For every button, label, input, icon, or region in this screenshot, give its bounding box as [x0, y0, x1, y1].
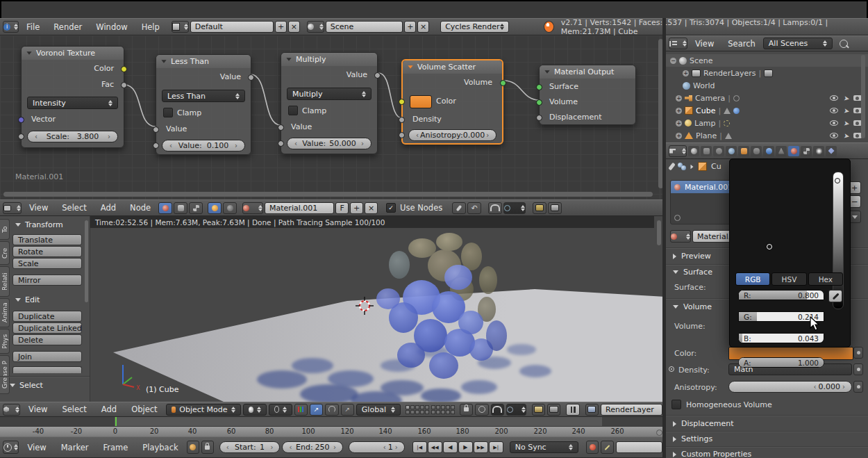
menu-view[interactable]: View: [22, 404, 53, 414]
scale-button[interactable]: Scale: [12, 258, 82, 269]
color-swatch[interactable]: [410, 95, 432, 108]
surface-section-header[interactable]: Surface: [673, 268, 712, 277]
preview-section-header[interactable]: Preview: [673, 252, 711, 261]
clipped-button[interactable]: [12, 366, 82, 373]
sync-mode-select[interactable]: No Sync: [510, 441, 579, 453]
socket-displacement-input[interactable]: [536, 115, 542, 121]
visibility-eye-icon[interactable]: [830, 133, 838, 138]
shelf-tab-grease-pencil[interactable]: Grease P: [0, 355, 10, 394]
collapse-icon[interactable]: [408, 65, 412, 69]
value-slider-handle[interactable]: [835, 178, 840, 183]
visibility-eye-icon[interactable]: [830, 108, 838, 113]
tab-hex[interactable]: Hex: [808, 272, 843, 286]
socket-volume-input[interactable]: [536, 99, 542, 106]
viewport-scrollbar[interactable]: [657, 220, 661, 245]
socket-vector-input[interactable]: [18, 117, 24, 123]
menu-frame[interactable]: Frame: [97, 443, 134, 452]
node-header[interactable]: Voronoi Texture: [22, 47, 124, 60]
screen-layout-field[interactable]: Default: [190, 21, 274, 33]
blue-slider[interactable]: B:0.043: [738, 333, 824, 343]
shelf-tab-relations[interactable]: Relati: [0, 266, 10, 297]
keying-set-field[interactable]: [616, 441, 662, 453]
fake-user-button[interactable]: F: [335, 202, 349, 214]
lock-range-button[interactable]: [201, 441, 214, 454]
menu-help[interactable]: Help: [135, 22, 166, 32]
menu-playback[interactable]: Playback: [136, 443, 184, 452]
node-header[interactable]: Volume Scatter: [403, 60, 502, 74]
tab-object-data[interactable]: [776, 146, 787, 156]
socket-value-input[interactable]: [278, 124, 284, 131]
editor-type-properties-button[interactable]: [669, 145, 687, 157]
horizontal-scrollbar[interactable]: [3, 192, 653, 197]
menu-view[interactable]: View: [21, 443, 52, 452]
screen-layout-browse-button[interactable]: [172, 21, 189, 33]
copy-node-group-button[interactable]: [533, 202, 546, 214]
next-keyframe-button[interactable]: ▶▶: [474, 441, 488, 453]
outliner-row-world[interactable]: World: [666, 79, 868, 92]
render-opengl-anim-button[interactable]: [547, 404, 560, 416]
menu-add[interactable]: Add: [95, 404, 123, 414]
lock-to-scene-toggle[interactable]: [460, 404, 473, 416]
shelf-scrollbar[interactable]: [85, 220, 88, 302]
snap-element-select[interactable]: [503, 202, 526, 214]
node-volume-scatter[interactable]: Volume Scatter Volume Color Density Anis…: [401, 59, 503, 145]
shader-linestyle-toggle[interactable]: [223, 202, 237, 214]
operation-select[interactable]: Multiply: [287, 88, 372, 100]
expand-icon[interactable]: +: [683, 70, 689, 76]
scene-delete-button[interactable]: ×: [417, 21, 429, 33]
scene-add-button[interactable]: +: [404, 21, 416, 33]
preview-range-button[interactable]: [187, 441, 199, 454]
collapse-icon[interactable]: [26, 51, 31, 55]
keying-set-icon-button[interactable]: [601, 441, 613, 454]
scene-name-field[interactable]: Scene: [326, 21, 403, 33]
outliner-row-camera[interactable]: + Camera | ➤: [666, 92, 868, 104]
current-frame-field[interactable]: 1: [349, 441, 405, 453]
outliner-row-plane[interactable]: + Plane | ➤: [666, 129, 868, 142]
anisotropy-link-button[interactable]: [853, 381, 863, 393]
ruler-handle-icon[interactable]: [656, 430, 662, 436]
renderlayer-field[interactable]: RenderLayer: [601, 404, 662, 416]
pin-button[interactable]: [452, 202, 466, 214]
shader-material-toggle[interactable]: [158, 202, 172, 214]
tab-hsv[interactable]: HSV: [771, 272, 806, 286]
viewport-3d[interactable]: X (1) Cube Time:02:52.56 | Mem:7.63M, Pe…: [0, 216, 665, 402]
expand-icon[interactable]: −: [670, 58, 676, 64]
pause-render-button[interactable]: [566, 404, 579, 416]
collapse-icon[interactable]: [544, 70, 549, 74]
mirror-button[interactable]: Mirror: [12, 275, 82, 286]
node-editor[interactable]: Voronoi Texture Color Fac Intensity Vect…: [0, 35, 665, 199]
node-voronoi-texture[interactable]: Voronoi Texture Color Fac Intensity Vect…: [21, 46, 124, 148]
socket-anisotropy-input[interactable]: [399, 132, 405, 138]
renderlayer-icon-button[interactable]: [585, 404, 599, 416]
shelf-tab-animation[interactable]: Anima: [0, 298, 10, 327]
expand-icon[interactable]: +: [676, 120, 682, 126]
outliner-row-scene[interactable]: − Scene: [666, 54, 868, 67]
snap-toggle-button[interactable]: [488, 202, 502, 214]
anisotropy-slider[interactable]: Anisotropy:0.000: [408, 129, 496, 141]
node-header[interactable]: Multiply: [281, 53, 377, 66]
editor-type-timeline-button[interactable]: [3, 441, 19, 454]
expand-icon[interactable]: +: [676, 95, 682, 101]
display-mode-select[interactable]: All Scenes: [763, 38, 833, 49]
selectable-cursor-icon[interactable]: ➤: [843, 94, 850, 102]
manipulator-scale-toggle[interactable]: ↗: [341, 404, 354, 416]
snap-toggle[interactable]: [491, 404, 504, 416]
manipulator-rotate-toggle[interactable]: [325, 404, 338, 416]
search-icon[interactable]: [840, 40, 848, 48]
selectable-cursor-icon[interactable]: ➤: [843, 106, 850, 115]
tab-physics[interactable]: [826, 146, 837, 156]
socket-color-input[interactable]: [399, 99, 405, 105]
value-slider[interactable]: [833, 172, 844, 309]
rotate-button[interactable]: Rotate: [12, 246, 82, 257]
transform-orientation-select[interactable]: Global: [356, 404, 401, 416]
prev-keyframe-button[interactable]: ◀◀: [428, 441, 442, 453]
layers-grid-right[interactable]: [431, 405, 455, 414]
slot-filter-icon[interactable]: [674, 215, 681, 221]
shelf-tab-create[interactable]: Cre: [0, 241, 10, 265]
use-nodes-checkbox[interactable]: ✓: [386, 203, 396, 213]
node-header[interactable]: Material Output: [540, 65, 635, 79]
socket-value2-input[interactable]: [153, 142, 159, 149]
record-button[interactable]: [586, 441, 599, 454]
menu-view[interactable]: View: [689, 39, 720, 49]
tab-object[interactable]: [738, 146, 749, 156]
